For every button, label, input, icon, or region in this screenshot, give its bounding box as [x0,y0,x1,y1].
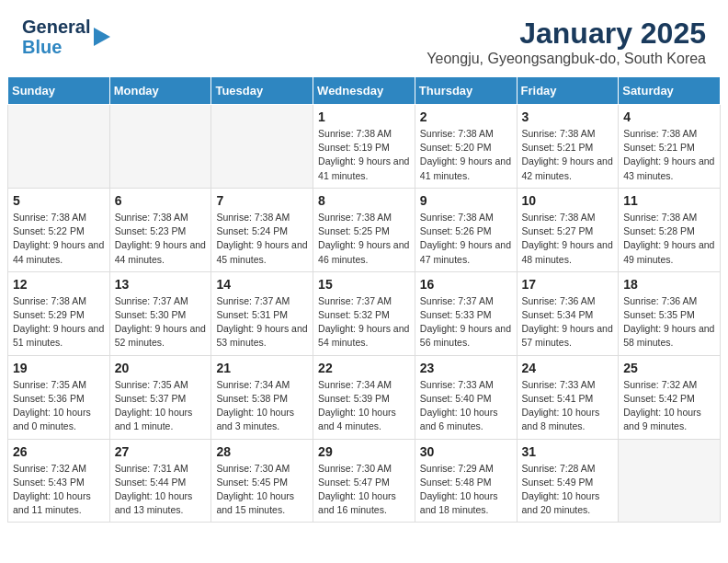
day-info: Sunrise: 7:28 AM Sunset: 5:49 PM Dayligh… [522,462,614,518]
weekday-header-thursday: Thursday [415,77,517,105]
calendar-cell: 21Sunrise: 7:34 AM Sunset: 5:38 PM Dayli… [211,355,313,439]
calendar-wrapper: SundayMondayTuesdayWednesdayThursdayFrid… [0,76,728,530]
weekday-header-saturday: Saturday [619,77,721,105]
day-info: Sunrise: 7:38 AM Sunset: 5:29 PM Dayligh… [13,294,105,350]
calendar-cell: 20Sunrise: 7:35 AM Sunset: 5:37 PM Dayli… [109,355,211,439]
day-info: Sunrise: 7:30 AM Sunset: 5:45 PM Dayligh… [216,462,308,518]
day-info: Sunrise: 7:38 AM Sunset: 5:22 PM Dayligh… [13,211,105,267]
day-number: 27 [115,444,207,459]
weekday-header-tuesday: Tuesday [211,77,313,105]
calendar-cell: 2Sunrise: 7:38 AM Sunset: 5:20 PM Daylig… [415,105,517,189]
day-number: 3 [522,109,614,124]
day-info: Sunrise: 7:37 AM Sunset: 5:32 PM Dayligh… [318,294,410,350]
weekday-header-sunday: Sunday [8,77,110,105]
day-info: Sunrise: 7:38 AM Sunset: 5:21 PM Dayligh… [623,127,715,183]
day-info: Sunrise: 7:32 AM Sunset: 5:42 PM Dayligh… [623,378,715,434]
calendar-cell: 18Sunrise: 7:36 AM Sunset: 5:35 PM Dayli… [619,271,721,355]
day-info: Sunrise: 7:32 AM Sunset: 5:43 PM Dayligh… [13,462,105,518]
day-number: 5 [13,193,105,208]
day-info: Sunrise: 7:37 AM Sunset: 5:33 PM Dayligh… [420,294,512,350]
calendar-cell: 22Sunrise: 7:34 AM Sunset: 5:39 PM Dayli… [313,355,415,439]
day-number: 26 [13,444,105,459]
calendar-cell: 29Sunrise: 7:30 AM Sunset: 5:47 PM Dayli… [313,439,415,523]
logo-arrow-icon [94,26,110,48]
calendar-cell: 16Sunrise: 7:37 AM Sunset: 5:33 PM Dayli… [415,271,517,355]
weekday-header-wednesday: Wednesday [313,77,415,105]
day-number: 7 [216,193,308,208]
calendar-cell: 25Sunrise: 7:32 AM Sunset: 5:42 PM Dayli… [619,355,721,439]
logo-line2: Blue [22,37,90,57]
weekday-header-row: SundayMondayTuesdayWednesdayThursdayFrid… [8,77,721,105]
calendar-cell: 1Sunrise: 7:38 AM Sunset: 5:19 PM Daylig… [313,105,415,189]
day-info: Sunrise: 7:35 AM Sunset: 5:37 PM Dayligh… [115,378,207,434]
calendar-cell: 24Sunrise: 7:33 AM Sunset: 5:41 PM Dayli… [517,355,619,439]
calendar-cell [109,105,211,189]
calendar-cell: 26Sunrise: 7:32 AM Sunset: 5:43 PM Dayli… [8,439,110,523]
month-title: January 2025 [427,17,706,51]
day-info: Sunrise: 7:38 AM Sunset: 5:27 PM Dayligh… [522,211,614,267]
day-number: 16 [420,277,512,292]
day-info: Sunrise: 7:38 AM Sunset: 5:24 PM Dayligh… [216,211,308,267]
calendar-cell: 6Sunrise: 7:38 AM Sunset: 5:23 PM Daylig… [109,188,211,271]
day-info: Sunrise: 7:38 AM Sunset: 5:23 PM Dayligh… [115,211,207,267]
calendar-cell: 8Sunrise: 7:38 AM Sunset: 5:25 PM Daylig… [313,188,415,271]
calendar-cell: 9Sunrise: 7:38 AM Sunset: 5:26 PM Daylig… [415,188,517,271]
calendar-week-2: 12Sunrise: 7:38 AM Sunset: 5:29 PM Dayli… [8,271,721,355]
calendar-cell: 13Sunrise: 7:37 AM Sunset: 5:30 PM Dayli… [109,271,211,355]
day-info: Sunrise: 7:36 AM Sunset: 5:34 PM Dayligh… [522,294,614,350]
day-number: 13 [115,277,207,292]
day-info: Sunrise: 7:38 AM Sunset: 5:26 PM Dayligh… [420,211,512,267]
calendar-cell: 11Sunrise: 7:38 AM Sunset: 5:28 PM Dayli… [619,188,721,271]
calendar-cell: 10Sunrise: 7:38 AM Sunset: 5:27 PM Dayli… [517,188,619,271]
calendar-cell: 23Sunrise: 7:33 AM Sunset: 5:40 PM Dayli… [415,355,517,439]
subtitle: Yeongju, Gyeongsangbuk-do, South Korea [427,51,706,67]
day-info: Sunrise: 7:35 AM Sunset: 5:36 PM Dayligh… [13,378,105,434]
logo: General Blue [22,17,110,57]
day-number: 19 [13,361,105,375]
calendar-table: SundayMondayTuesdayWednesdayThursdayFrid… [7,76,721,523]
day-number: 14 [216,277,308,292]
day-number: 11 [623,193,715,208]
calendar-cell: 5Sunrise: 7:38 AM Sunset: 5:22 PM Daylig… [8,188,110,271]
day-info: Sunrise: 7:33 AM Sunset: 5:41 PM Dayligh… [522,378,614,434]
calendar-cell: 31Sunrise: 7:28 AM Sunset: 5:49 PM Dayli… [517,439,619,523]
day-number: 18 [623,277,715,292]
calendar-cell: 17Sunrise: 7:36 AM Sunset: 5:34 PM Dayli… [517,271,619,355]
day-info: Sunrise: 7:30 AM Sunset: 5:47 PM Dayligh… [318,462,410,518]
day-number: 8 [318,193,410,208]
day-number: 22 [318,361,410,375]
calendar-cell: 3Sunrise: 7:38 AM Sunset: 5:21 PM Daylig… [517,105,619,189]
day-number: 4 [623,109,715,124]
calendar-week-4: 26Sunrise: 7:32 AM Sunset: 5:43 PM Dayli… [8,439,721,523]
day-number: 25 [623,361,715,375]
day-number: 20 [115,361,207,375]
day-number: 17 [522,277,614,292]
day-number: 23 [420,361,512,375]
day-number: 6 [115,193,207,208]
day-info: Sunrise: 7:33 AM Sunset: 5:40 PM Dayligh… [420,378,512,434]
day-info: Sunrise: 7:34 AM Sunset: 5:39 PM Dayligh… [318,378,410,434]
calendar-cell: 28Sunrise: 7:30 AM Sunset: 5:45 PM Dayli… [211,439,313,523]
day-info: Sunrise: 7:38 AM Sunset: 5:21 PM Dayligh… [522,127,614,183]
day-number: 28 [216,444,308,459]
day-info: Sunrise: 7:38 AM Sunset: 5:25 PM Dayligh… [318,211,410,267]
title-block: January 2025 Yeongju, Gyeongsangbuk-do, … [427,17,706,67]
day-info: Sunrise: 7:37 AM Sunset: 5:31 PM Dayligh… [216,294,308,350]
calendar-cell: 15Sunrise: 7:37 AM Sunset: 5:32 PM Dayli… [313,271,415,355]
day-number: 2 [420,109,512,124]
page-header: General Blue January 2025 Yeongju, Gyeon… [0,0,728,76]
logo-line1: General [22,17,90,37]
calendar-cell: 4Sunrise: 7:38 AM Sunset: 5:21 PM Daylig… [619,105,721,189]
day-number: 30 [420,444,512,459]
day-info: Sunrise: 7:34 AM Sunset: 5:38 PM Dayligh… [216,378,308,434]
calendar-cell: 27Sunrise: 7:31 AM Sunset: 5:44 PM Dayli… [109,439,211,523]
svg-marker-0 [94,28,110,46]
calendar-cell [8,105,110,189]
calendar-week-1: 5Sunrise: 7:38 AM Sunset: 5:22 PM Daylig… [8,188,721,271]
day-info: Sunrise: 7:38 AM Sunset: 5:28 PM Dayligh… [623,211,715,267]
day-info: Sunrise: 7:29 AM Sunset: 5:48 PM Dayligh… [420,462,512,518]
calendar-cell [619,439,721,523]
calendar-cell: 14Sunrise: 7:37 AM Sunset: 5:31 PM Dayli… [211,271,313,355]
weekday-header-monday: Monday [109,77,211,105]
calendar-cell: 30Sunrise: 7:29 AM Sunset: 5:48 PM Dayli… [415,439,517,523]
